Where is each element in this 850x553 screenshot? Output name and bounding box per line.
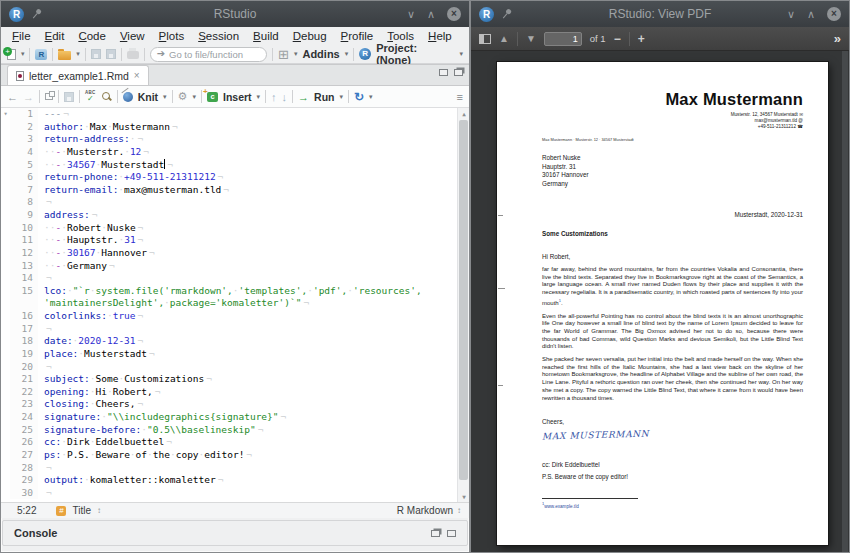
code-line[interactable]: 19place:·Musterstadt¬: [1, 348, 469, 361]
save-icon[interactable]: [91, 49, 101, 59]
console-header[interactable]: Console: [2, 520, 468, 546]
project-button[interactable]: Project: (None): [376, 42, 454, 66]
new-file-caret-icon[interactable]: ▾: [21, 50, 25, 58]
rstudio-titlebar[interactable]: R RStudio ∨ ∧ ×: [1, 1, 469, 27]
back-icon[interactable]: ←: [7, 91, 18, 103]
code-line[interactable]: 18date:·2020-12-31¬: [1, 335, 469, 348]
code-line[interactable]: 3return-address:·¬: [1, 133, 469, 146]
new-file-icon[interactable]: [7, 49, 16, 60]
pin-icon[interactable]: [28, 6, 45, 23]
addins-caret-icon[interactable]: ▾: [345, 50, 349, 58]
knit-button[interactable]: Knit: [138, 91, 158, 103]
pane-minimize-icon[interactable]: [439, 69, 448, 76]
forward-icon[interactable]: →: [23, 91, 34, 103]
editor-scrollbar[interactable]: ▲ ▼: [457, 108, 469, 502]
code-line[interactable]: 11··-·Hauptstr.·31¬: [1, 234, 469, 247]
code-line[interactable]: 9address:¬: [1, 209, 469, 222]
addins-button[interactable]: Addins: [302, 48, 339, 60]
run-button[interactable]: Run: [314, 91, 334, 103]
goto-file-input[interactable]: [169, 49, 259, 60]
tab-letter-example1[interactable]: letter_example1.Rmd ×: [7, 65, 149, 85]
menu-file[interactable]: File: [5, 30, 38, 42]
code-line[interactable]: 24signature:·"\\includegraphics{signatur…: [1, 411, 469, 424]
gear-caret-icon[interactable]: ▾: [192, 93, 196, 101]
maximize-icon[interactable]: ∧: [807, 8, 815, 21]
find-replace-icon[interactable]: [101, 91, 112, 102]
scroll-down-icon[interactable]: ▼: [458, 493, 469, 500]
previous-page-icon[interactable]: ▲: [499, 33, 509, 44]
scrollbar-thumb[interactable]: [459, 120, 468, 480]
code-line[interactable]: 25signature-before:·"0.5\\baselineskip"¬: [1, 424, 469, 437]
pdf-scrollbar[interactable]: [842, 51, 848, 552]
run-previous-icon[interactable]: ↑: [271, 91, 277, 103]
code-line[interactable]: 28¬: [1, 462, 469, 475]
save-document-icon[interactable]: [64, 92, 74, 102]
menu-edit[interactable]: Edit: [38, 30, 72, 42]
code-line[interactable]: 12··-·30167·Hannover¬: [1, 247, 469, 260]
menu-plots[interactable]: Plots: [152, 30, 192, 42]
goto-file-box[interactable]: ➔: [150, 47, 267, 62]
code-line[interactable]: 4··-·Musterstr.·12¬: [1, 146, 469, 159]
menu-session[interactable]: Session: [191, 30, 246, 42]
more-tools-icon[interactable]: »: [834, 31, 841, 46]
gear-icon[interactable]: ⚙: [178, 90, 188, 103]
console-minimize-icon[interactable]: [431, 530, 440, 537]
code-line[interactable]: 16colorlinks:·true¬: [1, 310, 469, 323]
run-next-icon[interactable]: ↓: [282, 91, 288, 103]
doc-mode-selector[interactable]: R Markdown: [397, 505, 453, 516]
code-line[interactable]: 5··-·34567·Musterstadt¬: [1, 159, 469, 172]
code-line[interactable]: 7return-email:·max@musterman.tld¬: [1, 184, 469, 197]
insert-caret-icon[interactable]: ▾: [257, 93, 261, 101]
code-line[interactable]: 8¬: [1, 196, 469, 209]
save-all-icon[interactable]: [106, 49, 116, 59]
next-page-icon[interactable]: ▼: [526, 33, 536, 44]
tab-close-icon[interactable]: ×: [134, 70, 140, 81]
code-line[interactable]: 20¬: [1, 361, 469, 374]
code-line[interactable]: 27ps:·P.S.·Beware·of·the·copy·editor!¬: [1, 449, 469, 462]
spellcheck-icon[interactable]: ABC✓: [85, 91, 96, 102]
code-line[interactable]: 15lco:·"`r·system.file('rmarkdown',·'tem…: [1, 285, 469, 298]
code-line[interactable]: 17¬: [1, 323, 469, 336]
page-number-input[interactable]: [544, 32, 582, 46]
code-editor[interactable]: ▾1---¬2author:·Max·Mustermann¬3return-ad…: [1, 108, 469, 502]
code-line[interactable]: 10··-·Robert·Nuske¬: [1, 222, 469, 235]
sidebar-toggle-icon[interactable]: [479, 34, 491, 44]
pdf-titlebar[interactable]: R RStudio: View PDF ∨ ∧ ×: [471, 1, 849, 27]
code-line[interactable]: 23closing:·Cheers,¬: [1, 398, 469, 411]
project-caret-icon[interactable]: ▾: [460, 50, 464, 58]
close-icon[interactable]: ×: [447, 7, 461, 21]
console-maximize-icon[interactable]: [447, 530, 456, 537]
maximize-icon[interactable]: ∧: [427, 8, 435, 21]
insert-button[interactable]: Insert: [223, 91, 252, 103]
menu-view[interactable]: View: [113, 30, 152, 42]
open-file-icon[interactable]: [58, 51, 71, 60]
menu-code[interactable]: Code: [71, 30, 113, 42]
rerun-caret-icon[interactable]: ▾: [369, 93, 373, 101]
zoom-in-icon[interactable]: +: [638, 32, 645, 46]
code-line[interactable]: 6return-phone:·+49-511-21311212¬: [1, 171, 469, 184]
close-icon[interactable]: ×: [827, 7, 841, 21]
code-line[interactable]: 29output:·komaletter::komaletter¬: [1, 474, 469, 487]
scroll-up-icon[interactable]: ▲: [458, 110, 469, 117]
footnote-url[interactable]: www.example.tld: [544, 504, 578, 509]
scope-selector[interactable]: Title: [72, 505, 91, 516]
pane-layout-caret-icon[interactable]: ▾: [294, 50, 298, 58]
code-line[interactable]: ▾1---¬: [1, 108, 469, 121]
code-line[interactable]: 14¬: [1, 272, 469, 285]
knit-caret-icon[interactable]: ▾: [163, 93, 167, 101]
run-caret-icon[interactable]: ▾: [340, 93, 344, 101]
code-line[interactable]: 21subject:·Some·Customizations¬: [1, 373, 469, 386]
pane-maximize-icon[interactable]: [454, 69, 463, 76]
footnote-ref[interactable]: 1: [559, 298, 561, 303]
minimize-icon[interactable]: ∨: [787, 8, 795, 21]
code-line[interactable]: 2author:·Max·Mustermann¬: [1, 121, 469, 134]
fold-arrow-icon[interactable]: ▾: [1, 108, 10, 121]
menu-build[interactable]: Build: [246, 30, 286, 42]
code-line[interactable]: 'maintainersDelight',·package='komalette…: [1, 297, 469, 310]
code-line[interactable]: 22opening:·Hi·Robert,¬: [1, 386, 469, 399]
menu-profile[interactable]: Profile: [334, 30, 381, 42]
zoom-out-icon[interactable]: −: [614, 32, 621, 46]
footnote-link[interactable]: 1www.example.tld: [542, 501, 579, 509]
open-new-window-icon[interactable]: [45, 93, 53, 100]
new-project-icon[interactable]: R: [35, 49, 47, 60]
